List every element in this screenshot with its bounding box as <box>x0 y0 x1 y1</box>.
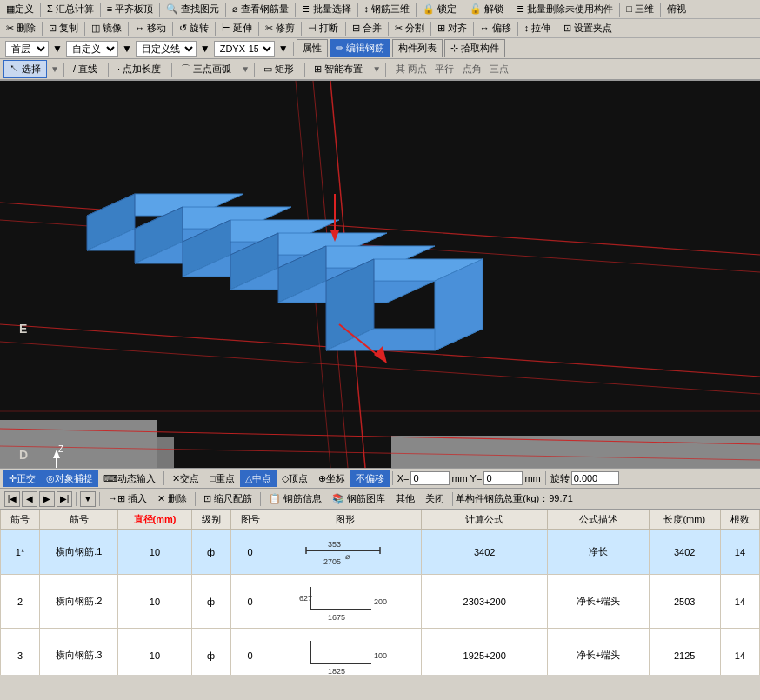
btn-delete[interactable]: ✂ 删除 <box>2 20 40 37</box>
cell-length: 2125 <box>649 629 720 676</box>
btn-vertex[interactable]: ◇ 顶点 <box>277 470 313 487</box>
btn-rebar-library[interactable]: 📚 钢筋图库 <box>327 490 390 507</box>
btn-line[interactable]: / 直线 <box>67 60 103 78</box>
sep-6 <box>357 3 358 17</box>
btn-stretch[interactable]: ↕ 拉伸 <box>520 20 556 37</box>
sep-layer-1 <box>293 42 294 56</box>
sep-19 <box>345 22 346 36</box>
btn-component-list[interactable]: 构件列表 <box>392 39 443 57</box>
nav-prev[interactable]: ◀ <box>22 491 37 507</box>
btn-break[interactable]: ⊣ 打断 <box>303 20 343 37</box>
btn-lock[interactable]: 🔒 锁定 <box>418 1 461 17</box>
btn-rect[interactable]: ▭ 矩形 <box>257 60 300 78</box>
btn-add-point-length[interactable]: · 点加长度 <box>111 60 167 78</box>
cell-id: 2 <box>1 575 40 629</box>
btn-3d[interactable]: □ 三维 <box>622 1 658 17</box>
y-input[interactable] <box>483 471 523 485</box>
btn-arc[interactable]: ⌒ 三点画弧 <box>175 60 237 78</box>
btn-rebar-3d[interactable]: ↕ 钢筋三维 <box>360 1 415 17</box>
btn-trim[interactable]: ✂ 修剪 <box>261 20 299 37</box>
svg-rect-2 <box>157 437 174 468</box>
floor-select[interactable]: 首层 <box>5 41 49 57</box>
rebarbar: |◀ ◀ ▶ ▶| ▼ →⊞ 插入 ✕ 删除 ⊡ 缩尺配筋 📋 钢筋信息 📚 钢… <box>0 489 760 510</box>
toolbar-row-1: ▦ 定义 Σ 汇总计算 ≡ 平齐板顶 🔍 查找图元 ⌀ 查看钢筋量 ≣ 批量选择… <box>0 0 760 19</box>
table-row[interactable]: 3 横向钢筋.3 10 ф 0 1825 100 1925+200 净长+端头 … <box>1 629 760 676</box>
sep-16 <box>215 22 216 36</box>
nav-down[interactable]: ▼ <box>80 491 96 507</box>
btn-center[interactable]: △ 中点 <box>240 470 277 487</box>
cell-diameter: 10 <box>118 530 191 575</box>
btn-smart-place[interactable]: ⊞ 智能布置 <box>308 60 369 78</box>
label-d: D <box>19 448 28 462</box>
btn-offset[interactable]: ↔ 偏移 <box>476 20 516 37</box>
layerbar: 首层 ▼ 自定义 ▼ 目定义线 ▼ ZDYX-15 ▼ 属性 ✏ 编辑钢筋 构件… <box>0 38 760 59</box>
btn-coord[interactable]: ⊕ 坐标 <box>313 470 350 487</box>
sep-status-2 <box>392 471 393 485</box>
btn-split[interactable]: ✂ 分割 <box>390 20 429 37</box>
table-row[interactable]: 2 横向钢筋.2 10 ф 0 627 1675 200 <box>1 575 760 629</box>
btn-view-rebar[interactable]: ⌀ 查看钢筋量 <box>228 1 293 17</box>
sep-15 <box>172 22 173 36</box>
btn-mirror[interactable]: ◫ 镜像 <box>87 20 126 37</box>
btn-ortho[interactable]: ✛ 正交 <box>3 470 41 487</box>
th-diameter: 直径(mm) <box>118 510 191 530</box>
btn-batch-delete[interactable]: ≣ 批量删除未使用构件 <box>512 1 617 17</box>
btn-property[interactable]: 属性 <box>297 39 328 57</box>
line-select[interactable]: 目定义线 <box>136 41 197 57</box>
zdyx-select[interactable]: ZDYX-15 <box>214 41 275 57</box>
sep-21 <box>430 22 431 36</box>
btn-summary[interactable]: Σ 汇总计算 <box>43 1 98 17</box>
btn-flatten[interactable]: ≡ 平齐板顶 <box>103 1 157 17</box>
viewport[interactable]: E D Z Y X 1400 <box>0 81 760 468</box>
nav-next[interactable]: ▶ <box>39 491 55 507</box>
btn-batch-select[interactable]: ≣ 批量选择 <box>297 1 355 17</box>
table-row[interactable]: 1* 横向钢筋.1 10 ф 0 353 2705 ⌀ 3402 <box>1 530 760 575</box>
btn-extend[interactable]: ⊢ 延伸 <box>217 20 257 37</box>
cell-figure: 1825 100 <box>270 629 421 676</box>
btn-unlock[interactable]: 🔓 解锁 <box>465 1 508 17</box>
btn-other[interactable]: 其他 <box>390 490 420 507</box>
sep-5 <box>295 3 296 17</box>
sep-rebar-1 <box>76 492 77 506</box>
cell-name: 横向钢筋.2 <box>40 575 118 629</box>
btn-scale-rebar[interactable]: ⊡ 缩尺配筋 <box>198 490 257 507</box>
table-container: 筋号 筋号 直径(mm) 级别 图号 图形 计算公式 公式描述 长度(mm) 根… <box>0 510 760 675</box>
btn-rotate[interactable]: ↺ 旋转 <box>175 20 213 37</box>
btn-close[interactable]: 关闭 <box>420 490 450 507</box>
sep-7 <box>416 3 417 17</box>
btn-no-move[interactable]: 不偏移 <box>350 470 390 487</box>
cell-diameter: 10 <box>118 575 191 629</box>
btn-define[interactable]: ▦ 定义 <box>2 1 38 17</box>
btn-find[interactable]: 🔍 查找图元 <box>162 1 223 17</box>
x-input[interactable] <box>410 471 450 485</box>
btn-snap[interactable]: ◎ 对象捕捉 <box>41 470 98 487</box>
btn-move[interactable]: ↔ 移动 <box>130 20 170 37</box>
cell-desc: 净长+端头 <box>548 575 649 629</box>
btn-select[interactable]: ↖ 选择 <box>3 60 47 78</box>
sep-10 <box>619 3 620 17</box>
btn-rebar-info[interactable]: 📋 钢筋信息 <box>263 490 327 507</box>
mm-label: mm <box>524 473 540 483</box>
btn-intersect[interactable]: ✕ 交点 <box>167 470 204 487</box>
btn-set-grip[interactable]: ⊡ 设置夹点 <box>559 20 617 37</box>
th-id: 筋号 <box>1 510 40 530</box>
btn-delete-rebar[interactable]: ✕ 删除 <box>152 490 192 507</box>
nav-last[interactable]: ▶| <box>57 491 72 507</box>
btn-edit-rebar[interactable]: ✏ 编辑钢筋 <box>330 39 390 57</box>
btn-midpoint[interactable]: □ 重点 <box>204 470 240 487</box>
rotate-input[interactable] <box>571 471 619 485</box>
btn-align[interactable]: ⊞ 对齐 <box>433 20 471 37</box>
cell-figure: 627 1675 200 <box>270 575 421 629</box>
mm-y-label: mm Y= <box>451 473 482 483</box>
total-weight-label: 单构件钢筋总重(kg)：99.71 <box>456 492 572 505</box>
btn-pick-component[interactable]: ⊹ 拾取构件 <box>444 39 505 57</box>
btn-merge[interactable]: ⊟ 合并 <box>348 20 386 37</box>
custom-select[interactable]: 自定义 <box>66 41 118 57</box>
sep-status-1 <box>163 471 164 485</box>
btn-insert[interactable]: →⊞ 插入 <box>103 490 152 507</box>
btn-copy[interactable]: ⊡ 复制 <box>44 20 83 37</box>
th-shape: 图号 <box>230 510 270 530</box>
nav-first[interactable]: |◀ <box>4 491 20 507</box>
btn-top-view[interactable]: 俯视 <box>663 1 690 17</box>
btn-dynamic-input[interactable]: ⌨ 动态输入 <box>98 470 161 487</box>
